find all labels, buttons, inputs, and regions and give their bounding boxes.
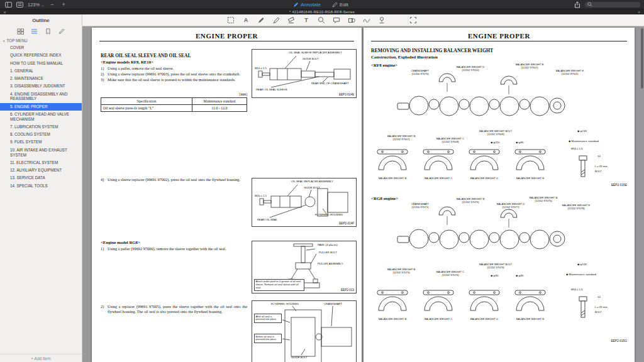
sidebar-item[interactable]: 3. DISASSEMBLY JUDGMENT [0,82,82,90]
balancer-weight-art [375,289,410,314]
step-text: Using a sleeve replacer (99691 97002), p… [108,177,247,182]
edit-mode-button[interactable]: Edit [332,2,348,8]
selection-tool-icon[interactable] [226,16,235,25]
zoom-out-button[interactable]: − [48,2,55,8]
dimension-label: ◆ φ85 [516,274,523,277]
figure-code: EEP2-014E [339,93,354,96]
balancer-weight-art [375,148,410,173]
page-header: ENGINE PROPER [92,32,362,40]
annotations-tab-icon[interactable] [58,26,65,37]
part-name: BALANCER WEIGHT B [457,197,484,200]
sidebar-item[interactable]: 7. LUBRICATION SYSTEM [0,123,82,131]
tab-bar: ✕ * 421481646-RE10-RG8-RF8-Series + [0,9,644,14]
search-icon [587,2,592,7]
sidebar-item[interactable]: 5. ENGINE PROPER [0,103,82,111]
step-number: 1) [101,66,108,71]
sidebar-item[interactable]: 12. AUXILIARY EQUIPMENT [0,167,82,174]
search-input[interactable] [594,3,638,7]
new-tab-icon[interactable]: + [638,10,640,14]
part-label: BALANCER WEIGHT B (12202 97075) [381,268,421,275]
thumbnails-tab-icon[interactable] [17,26,24,37]
header-rule [371,41,627,41]
titlebar-right-controls [574,1,640,8]
sidebar-item[interactable]: HOW TO USE THIS MANUAL [0,59,82,67]
text-box-tool-icon[interactable]: T [302,16,311,25]
sidebar-item[interactable]: 4. ENGINE DISASSEMBLY AND REASSEMBLY [0,90,82,102]
step-text: Using a puller (99692 97000), remove the… [108,246,247,251]
annotate-mode-button[interactable]: Annotate [293,2,321,8]
stamp-tool-icon[interactable] [377,16,386,25]
balancer-weight-label: BALANCER WEIGHT C [419,317,457,321]
part-label: BALANCER WEIGHT D (12202 97077) [491,202,531,209]
sidebar-item[interactable]: 11. ELECTRICAL SYSTEM [0,159,82,167]
fullscreen-tool-icon[interactable] [409,16,418,25]
part-name: BALANCER WEIGHT C [436,270,465,273]
search-field[interactable] [585,2,640,8]
view-options-icon[interactable] [16,2,23,8]
figure-label: REAR OIL SEAL [257,219,277,222]
part-number: (12202 97510) [450,69,491,72]
outline-root-item[interactable]: ▾ TOP MENU [0,37,82,44]
sidebar-item[interactable]: 6. CYLINDER HEAD AND VALVE MECHANISM [0,111,82,123]
zoom-control[interactable]: 123% ⌄ [28,2,44,8]
balancer-weights-row: BALANCER WEIGHT B BALANCER WEIGHT C [374,289,549,321]
sidebar-item[interactable]: COVER [0,44,82,52]
balancer-weight-art [421,289,456,314]
sidebar-toggle-icon[interactable] [5,2,12,8]
sidebar-item[interactable]: QUICK REFERENCE INDEX [0,52,82,59]
part-name: BALANCER WEIGHT BOLT [479,129,512,133]
part-label: BALANCER WEIGHT B (12202 97075) [450,197,491,204]
step-number: 1) [101,246,108,251]
sidebar-item-label: QUICK REFERENCE INDEX [10,53,62,57]
note-tool-icon[interactable] [332,16,341,25]
procedure-steps: 1) Using a puller, remove the oil seal s… [101,66,247,84]
shapes-tool-icon[interactable] [347,16,356,25]
spec-table: Specification Maintenance standard Oil s… [101,97,247,112]
bolt-art [574,294,592,321]
part-name: BALANCER WEIGHT B [387,268,415,271]
add-item-button[interactable]: + Add Item [0,354,82,362]
draw-tool-icon[interactable] [272,16,280,25]
sidebar-item[interactable]: 9. FUEL SYSTEM [0,138,82,146]
sidebar-item-label: 12. AUXILIARY EQUIPMENT [10,168,62,172]
rg8-step-2: 2) Using a replacer (99691 97005), press… [101,304,247,315]
sidebar-item[interactable]: 1. GENERAL [0,67,82,75]
balancer-weight-group: BALANCER WEIGHT C [419,148,457,180]
outline-sidebar: Outline ▾ TOP MENU COVER QUICK [0,14,82,362]
sidebar-item[interactable]: 2. MAINTENANCE [0,75,82,82]
bolt-length-label: L = 65 mm [595,305,608,309]
chevron-down-icon: ⌄ [41,3,44,7]
sidebar-item[interactable]: 14. SPECIAL TOOLS [0,182,82,189]
table-cell: Oil seal sleeve press-fit length “L” [101,105,192,112]
sidebar-item[interactable]: 8. COOLING SYSTEM [0,131,82,138]
balancer-weight-group: BALANCER WEIGHT D [465,289,503,321]
bookmarks-tab-icon[interactable] [45,26,52,37]
step-text: Using a sleeve replacer (99691 97003), p… [108,72,247,77]
part-number: (12200 97071) [400,206,440,209]
loupe-tool-icon[interactable] [317,16,326,25]
vertical-scrollbar[interactable] [641,28,643,89]
signature-tool-icon[interactable] [362,16,371,25]
engine-models-heading: <Engine models RF8, RE10> [101,60,153,64]
document-tab-title[interactable]: * 421481646-RE10-RG8-RF8-Series [6,10,638,14]
sidebar-item[interactable]: 13. SERVICE DATA [0,174,82,182]
figure-label: FLYWHEEL HOUSING [271,303,309,306]
sidebar-item-label: 14. SPECIAL TOOLS [10,184,48,188]
outline-tab-icon[interactable] [31,26,38,37]
zoom-in-button[interactable]: + [60,2,67,8]
sidebar-tabs [0,26,82,36]
highlighter-tool-icon[interactable] [287,16,296,25]
share-arrow-icon [574,1,580,8]
sketch-tool-icon[interactable] [257,16,265,25]
sidebar-item-label: 11. ELECTRICAL SYSTEM [10,160,58,165]
pdf-page-left: ENGINE PROPER REAR OIL SEAL SLEEVE AND O… [92,28,362,362]
figure-label: OIL SEAL REPLACER ASSEMBLY [291,180,354,184]
sidebar-item[interactable]: 10. AIR INTAKE AND EXHAUST SYSTEM [0,146,82,159]
share-icon[interactable] [574,1,580,8]
part-label: BALANCER WEIGHT B (12202 97075) [523,196,564,203]
text-style-tool-icon[interactable]: A [242,16,250,25]
figure-oil-seal-flywheel: OIL SEAL REPLACER ASSEMBLY GUIDE BOLT M1… [252,178,357,227]
balancer-weight-art [467,289,502,314]
sidebar-title: Outline [0,14,82,26]
sidebar-item-label: 4. ENGINE DISASSEMBLY AND REASSEMBLY [10,92,67,101]
